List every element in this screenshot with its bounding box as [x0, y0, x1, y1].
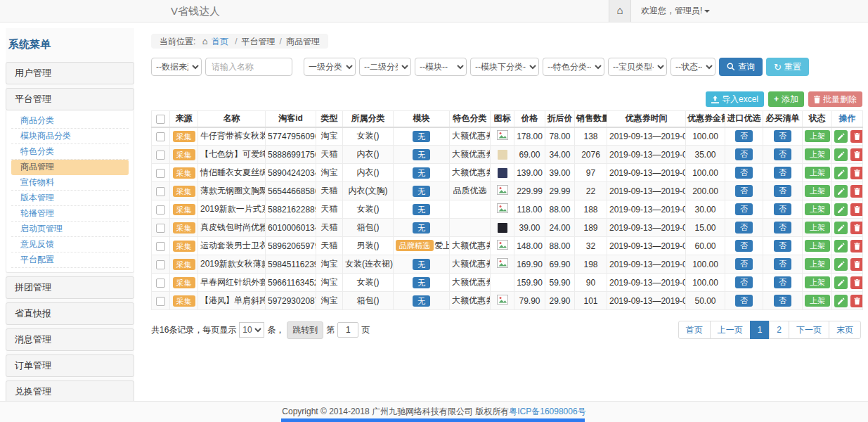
row-checkbox[interactable] — [156, 279, 165, 288]
import-select-toggle[interactable]: 否 — [735, 167, 753, 179]
sidebar-item-宣传物料[interactable]: 宣传物料 — [11, 175, 129, 191]
row-checkbox[interactable] — [156, 132, 165, 141]
status-button[interactable]: 上架 — [805, 240, 830, 252]
row-checkbox[interactable] — [156, 297, 165, 306]
user-menu[interactable]: 欢迎您，管理员! — [641, 5, 710, 17]
must-buy-toggle[interactable]: 否 — [774, 130, 791, 142]
edit-button[interactable] — [834, 295, 848, 307]
filter-select-4[interactable]: --模块-- — [415, 58, 467, 76]
row-checkbox[interactable] — [156, 169, 165, 178]
row-checkbox[interactable] — [156, 224, 165, 233]
filter-select-1[interactable]: --数据来源-- — [151, 58, 202, 76]
filter-select-2[interactable]: 一级分类 — [304, 58, 356, 76]
import-select-toggle[interactable]: 否 — [735, 222, 753, 234]
delete-button[interactable] — [850, 185, 863, 198]
search-button[interactable]: 查询 — [719, 58, 763, 76]
delete-button[interactable] — [850, 222, 863, 234]
import-select-toggle[interactable]: 否 — [735, 240, 753, 252]
delete-button[interactable] — [850, 167, 863, 179]
filter-select-7[interactable]: --宝贝类型-- — [608, 58, 667, 76]
sidebar-item-轮播管理[interactable]: 轮播管理 — [11, 206, 129, 222]
status-button[interactable]: 上架 — [805, 167, 830, 179]
must-buy-toggle[interactable]: 否 — [774, 295, 791, 307]
sidebar-item-版本管理[interactable]: 版本管理 — [11, 191, 129, 206]
name-search-input[interactable] — [205, 58, 292, 76]
status-button[interactable]: 上架 — [805, 203, 830, 215]
select-all-checkbox[interactable] — [156, 115, 165, 124]
must-buy-toggle[interactable]: 否 — [774, 240, 791, 252]
import-select-toggle[interactable]: 否 — [735, 148, 753, 160]
import-select-toggle[interactable]: 否 — [735, 185, 753, 197]
edit-button[interactable] — [834, 240, 848, 252]
status-button[interactable]: 上架 — [805, 222, 830, 234]
sidebar-item-启动页管理[interactable]: 启动页管理 — [11, 222, 129, 237]
edit-button[interactable] — [834, 148, 848, 161]
status-button[interactable]: 上架 — [805, 295, 830, 307]
status-button[interactable]: 上架 — [805, 130, 830, 142]
import-select-toggle[interactable]: 否 — [735, 203, 753, 215]
sidebar-section-header[interactable]: 平台管理 — [6, 88, 134, 110]
sidebar-section-header[interactable]: 订单管理 — [6, 354, 134, 377]
row-checkbox[interactable] — [156, 260, 165, 269]
edit-button[interactable] — [834, 276, 848, 289]
filter-select-8[interactable]: --状态-- — [671, 58, 715, 76]
must-buy-toggle[interactable]: 否 — [774, 258, 791, 270]
delete-button[interactable] — [850, 130, 863, 143]
delete-button[interactable] — [850, 240, 863, 252]
edit-button[interactable] — [834, 203, 848, 216]
delete-button[interactable] — [850, 276, 863, 289]
row-checkbox[interactable] — [156, 187, 165, 196]
row-checkbox[interactable] — [156, 205, 165, 215]
must-buy-toggle[interactable]: 否 — [774, 148, 791, 160]
sidebar-item-模块商品分类[interactable]: 模块商品分类 — [11, 129, 129, 144]
row-checkbox[interactable] — [156, 151, 165, 160]
add-button[interactable]: + 添加 — [768, 91, 804, 107]
must-buy-toggle[interactable]: 否 — [774, 276, 791, 288]
reset-button[interactable]: ↻重置 — [766, 58, 809, 76]
page-number-input[interactable] — [337, 322, 358, 338]
icp-link[interactable]: 粤ICP备16098006号 — [509, 407, 585, 416]
pager-下一页[interactable]: 下一页 — [789, 321, 829, 339]
status-button[interactable]: 上架 — [805, 148, 830, 160]
pager-首页[interactable]: 首页 — [678, 321, 711, 339]
import-excel-button[interactable]: 导入excel — [706, 91, 764, 107]
status-button[interactable]: 上架 — [805, 276, 830, 288]
jump-button[interactable]: 跳转到 — [287, 321, 323, 339]
filter-select-6[interactable]: --特色分类-- — [543, 58, 604, 76]
sidebar-section-header[interactable]: 用户管理 — [6, 62, 134, 84]
sidebar-section-header[interactable]: 省直快报 — [6, 302, 134, 325]
row-checkbox[interactable] — [156, 242, 165, 251]
sidebar-item-商品管理[interactable]: 商品管理 — [11, 160, 129, 175]
delete-button[interactable] — [850, 258, 863, 271]
filter-select-3[interactable]: --二级分类-- — [359, 58, 411, 76]
pager-上一页[interactable]: 上一页 — [710, 321, 751, 339]
must-buy-toggle[interactable]: 否 — [774, 203, 791, 215]
must-buy-toggle[interactable]: 否 — [774, 185, 791, 197]
pager-1[interactable]: 1 — [750, 321, 770, 339]
import-select-toggle[interactable]: 否 — [735, 295, 753, 307]
sidebar-item-商品分类[interactable]: 商品分类 — [11, 113, 129, 129]
import-select-toggle[interactable]: 否 — [735, 130, 753, 142]
must-buy-toggle[interactable]: 否 — [774, 167, 791, 179]
filter-select-5[interactable]: --模块下分类-- — [470, 58, 539, 76]
sidebar-section-header[interactable]: 拼团管理 — [6, 276, 134, 299]
per-page-select[interactable]: 10 — [239, 322, 264, 338]
delete-button[interactable] — [850, 203, 863, 216]
sidebar-section-header[interactable]: 消息管理 — [6, 328, 134, 351]
sidebar-item-意见反馈[interactable]: 意见反馈 — [11, 237, 129, 252]
status-button[interactable]: 上架 — [805, 258, 830, 270]
import-select-toggle[interactable]: 否 — [735, 276, 753, 288]
edit-button[interactable] — [834, 167, 848, 179]
sidebar-item-特色分类[interactable]: 特色分类 — [11, 144, 129, 160]
pager-2[interactable]: 2 — [769, 321, 789, 339]
edit-button[interactable] — [834, 222, 848, 234]
import-select-toggle[interactable]: 否 — [735, 258, 753, 270]
edit-button[interactable] — [834, 258, 848, 271]
must-buy-toggle[interactable]: 否 — [774, 222, 791, 234]
pager-末页[interactable]: 末页 — [829, 321, 861, 339]
edit-button[interactable] — [834, 185, 848, 198]
delete-button[interactable] — [850, 295, 863, 307]
breadcrumb-home-link[interactable]: 首页 — [212, 37, 228, 46]
sidebar-section-header[interactable]: 兑换管理 — [6, 381, 134, 402]
delete-button[interactable] — [850, 148, 863, 161]
